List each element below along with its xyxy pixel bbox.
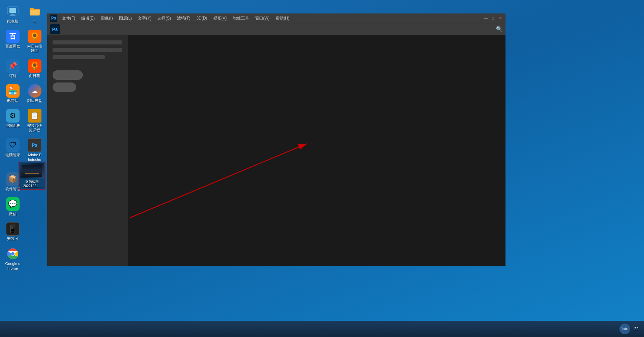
ps-titlebar-controls: — □ ✕ bbox=[483, 16, 503, 21]
icon-row-4: 🏪 电商站 ☁ 阿里云盘 bbox=[3, 83, 44, 104]
aliyun-icon-img: ☁ bbox=[28, 84, 41, 98]
icon-row-5: ⚙ 控制面板 📋 安装包快捷课程 bbox=[3, 108, 44, 134]
skeleton-line-1 bbox=[53, 40, 122, 44]
icon-row-3: 📌 订钉 🌻 向日葵 bbox=[3, 58, 44, 79]
icon-row-9: 📱 安装图 bbox=[3, 221, 44, 242]
ps-toolbar-row: Ps 🔍 bbox=[47, 23, 505, 35]
drag-icon-wechat-screenshot[interactable]: 微信截图 20221221... bbox=[19, 162, 45, 190]
icon-weixin[interactable]: 💬 微信 bbox=[3, 196, 22, 217]
instruction-arrow bbox=[128, 35, 505, 266]
close-button[interactable]: ✕ bbox=[498, 16, 503, 21]
dingding-icon-label: 订钉 bbox=[9, 74, 17, 78]
pc-icon-img bbox=[6, 5, 20, 18]
baidu-icon-label: 百度网盘 bbox=[5, 44, 20, 48]
maximize-button[interactable]: □ bbox=[491, 16, 495, 21]
dianshang-icon-label: 电商站 bbox=[7, 99, 18, 103]
screenshot-thumbnail bbox=[20, 163, 44, 178]
taskbar-network-icon[interactable]: 0 kb↓ bbox=[619, 324, 630, 334]
network-speed: 0 kb↓ bbox=[621, 327, 629, 331]
svg-line-8 bbox=[130, 144, 307, 218]
menu-filter[interactable]: 滤镜(T) bbox=[174, 15, 193, 22]
icon-baidu[interactable]: 百 百度网盘 bbox=[3, 28, 22, 50]
svg-rect-3 bbox=[10, 15, 16, 16]
kongzhiban-icon-label: 控制面板 bbox=[5, 124, 20, 128]
dingding-icon-img: 📌 bbox=[6, 59, 20, 73]
skeleton-line-3 bbox=[53, 55, 105, 59]
icon-dingding[interactable]: 📌 订钉 bbox=[3, 58, 22, 79]
screenshot-label: 微信截图 20221221... bbox=[20, 179, 44, 188]
diannao-icon-label: 电脑管家 bbox=[5, 153, 20, 157]
ps-titlebar: Ps 文件(F) 编辑(E) 图像(I) 图层(L) 文字(Y) 选择(S) 滤… bbox=[47, 13, 505, 23]
svg-rect-1 bbox=[9, 8, 16, 13]
skeleton-btn-2[interactable] bbox=[53, 82, 76, 92]
ps-left-panel bbox=[47, 35, 128, 266]
baidu-icon-img: 百 bbox=[6, 30, 20, 43]
icon-row-8: 💬 微信 bbox=[3, 196, 44, 217]
icon-xiangri[interactable]: 🌻 向日葵 bbox=[25, 58, 44, 79]
anzhuang2-icon-img: 📱 bbox=[6, 222, 20, 236]
anzhuang-icon-img: 📋 bbox=[28, 109, 41, 123]
icon-pc[interactable]: 此电脑 bbox=[3, 3, 22, 25]
ps-logo: Ps bbox=[50, 14, 57, 22]
weixin-icon-img: 💬 bbox=[6, 197, 20, 211]
menu-file[interactable]: 文件(F) bbox=[59, 15, 78, 22]
menu-window[interactable]: 窗口(W) bbox=[252, 15, 272, 22]
icon-aliyun[interactable]: ☁ 阿里云盘 bbox=[25, 83, 44, 104]
xiangri-icon-img: 🌻 bbox=[28, 59, 41, 73]
ps-toolbar-logo: Ps bbox=[50, 24, 60, 34]
taskbar-clock: 22 bbox=[632, 325, 641, 333]
desktop: 此电脑 rj 百 百度网盘 bbox=[0, 0, 644, 337]
xiangrikui-icon-img: 🌻 bbox=[28, 30, 41, 43]
menu-layer[interactable]: 图层(L) bbox=[116, 15, 135, 22]
ps-main bbox=[47, 35, 505, 266]
search-icon[interactable]: 🔍 bbox=[496, 26, 503, 32]
icon-kongzhiban[interactable]: ⚙ 控制面板 bbox=[3, 108, 22, 129]
menu-select[interactable]: 选择(S) bbox=[155, 15, 174, 22]
ruanjian-icon-img: 📦 bbox=[6, 172, 20, 186]
menu-view[interactable]: 视图(V) bbox=[211, 15, 229, 22]
taskbar-right: 0 kb↓ 22 bbox=[619, 324, 644, 334]
icon-folder[interactable]: rj bbox=[25, 3, 44, 25]
icon-row-2: 百 百度网盘 🌻 向日葵控制面 bbox=[3, 28, 44, 54]
menu-help[interactable]: 帮助(H) bbox=[273, 15, 292, 22]
ps-canvas bbox=[128, 35, 505, 266]
desktop-icon-area: 此电脑 rj 百 百度网盘 bbox=[3, 3, 44, 272]
menu-image[interactable]: 图像(I) bbox=[98, 15, 115, 22]
folder-icon-img bbox=[28, 5, 41, 18]
anzhuang-icon-label: 安装包快捷课程 bbox=[27, 124, 42, 132]
diannao-icon-img: 🛡 bbox=[6, 138, 20, 152]
taskbar: 0 kb↓ 22 bbox=[0, 321, 644, 337]
menu-plugins[interactable]: 增效工具 bbox=[230, 15, 252, 22]
panel-divider bbox=[53, 65, 122, 65]
weixin-icon-label: 微信 bbox=[9, 212, 17, 216]
chrome-icon-img bbox=[6, 247, 20, 261]
icon-anzhuang[interactable]: 📋 安装包快捷课程 bbox=[25, 108, 44, 134]
chrome-icon-label: Google chrome bbox=[5, 262, 21, 270]
kongzhiban-icon-img: ⚙ bbox=[6, 109, 20, 123]
ps-titlebar-left: Ps 文件(F) 编辑(E) 图像(I) 图层(L) 文字(Y) 选择(S) 滤… bbox=[50, 14, 292, 22]
skeleton-btn-1[interactable] bbox=[53, 70, 83, 80]
icon-row-1: 此电脑 rj bbox=[3, 3, 44, 25]
skeleton-line-2 bbox=[53, 48, 122, 52]
ruanjian-icon-label: 软件管理 bbox=[5, 187, 20, 191]
xiangri-icon-label: 向日葵 bbox=[29, 74, 40, 78]
thumbnail-preview bbox=[22, 165, 42, 177]
icon-diannao[interactable]: 🛡 电脑管家 bbox=[3, 137, 22, 159]
icon-chrome[interactable]: Google chrome bbox=[3, 246, 22, 272]
menu-3d[interactable]: 3D(D) bbox=[194, 15, 210, 21]
icon-dianshang[interactable]: 🏪 电商站 bbox=[3, 83, 22, 104]
icon-anzhuang2[interactable]: 📱 安装图 bbox=[3, 221, 22, 242]
menu-text[interactable]: 文字(Y) bbox=[135, 15, 154, 22]
xiangrikui-icon-label: 向日葵控制面 bbox=[27, 44, 42, 53]
ps-file-icon-img: Ps bbox=[28, 138, 41, 152]
ps-window: Ps 文件(F) 编辑(E) 图像(I) 图层(L) 文字(Y) 选择(S) 滤… bbox=[47, 13, 505, 266]
icon-xiangrikui[interactable]: 🌻 向日葵控制面 bbox=[25, 28, 44, 54]
ps-menu: 文件(F) 编辑(E) 图像(I) 图层(L) 文字(Y) 选择(S) 滤镜(T… bbox=[59, 15, 292, 22]
dianshang-icon-img: 🏪 bbox=[6, 84, 20, 98]
minimize-button[interactable]: — bbox=[483, 16, 488, 21]
menu-edit[interactable]: 编辑(E) bbox=[79, 15, 97, 22]
pc-icon-label: 此电脑 bbox=[7, 19, 18, 24]
svg-point-6 bbox=[11, 252, 14, 256]
anzhuang2-icon-label: 安装图 bbox=[7, 237, 18, 241]
icon-row-10: Google chrome bbox=[3, 246, 44, 272]
